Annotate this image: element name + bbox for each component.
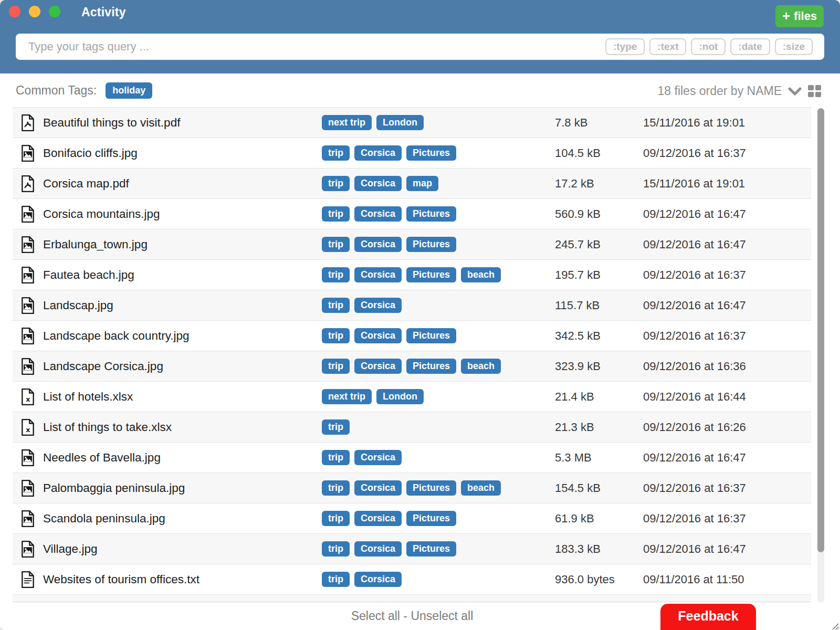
tag-chip[interactable]: trip [322, 511, 350, 526]
file-row[interactable]: Erbalunga_town.jpgtripCorsicaPictures245… [13, 229, 811, 260]
file-size: 21.3 kB [555, 421, 594, 434]
tag-chip[interactable]: trip [322, 572, 350, 587]
title-and-search-header: Activity + files :type:text:not:date:siz… [0, 0, 840, 74]
scrollbar-thumb[interactable] [817, 108, 824, 552]
file-date: 09/12/2016 at 16:37 [643, 512, 746, 526]
tag-chip[interactable]: Pictures [406, 359, 456, 374]
filter-text-button[interactable]: :text [649, 38, 686, 56]
filter-type-button[interactable]: :type [605, 38, 645, 56]
tag-chip[interactable]: Pictures [406, 206, 456, 222]
tag-chip[interactable]: trip [322, 145, 350, 161]
file-row[interactable]: Landscape back country.jpgtripCorsicaPic… [13, 321, 811, 351]
plus-icon: + [782, 9, 790, 23]
file-date: 09/12/2016 at 16:37 [643, 268, 746, 282]
filter-not-button[interactable]: :not [691, 38, 726, 56]
file-date: 09/12/2016 at 16:47 [643, 238, 746, 251]
tag-chip[interactable]: Pictures [406, 480, 456, 496]
feedback-button[interactable]: Feedback [660, 604, 756, 630]
select-all-link[interactable]: Select all [351, 609, 400, 623]
file-row[interactable]: Landscape Corsica.jpgtripCorsicaPictures… [13, 351, 811, 382]
add-files-button[interactable]: + files [775, 5, 824, 27]
tag-chip[interactable]: trip [322, 450, 350, 465]
minimize-button[interactable] [29, 6, 40, 17]
close-button[interactable] [9, 6, 20, 17]
file-row[interactable]: xList of hotels.xlsxnext tripLondon21.4 … [13, 382, 811, 412]
tag-chip[interactable]: Pictures [406, 511, 456, 526]
file-size: 195.7 kB [555, 268, 601, 282]
file-row[interactable]: Scandola peninsula.jpgtripCorsicaPicture… [13, 503, 811, 534]
file-name: Websites of tourism offices.txt [43, 573, 200, 586]
tag-chip[interactable]: next trip [322, 115, 372, 130]
tag-chip[interactable]: Corsica [354, 298, 402, 313]
file-size: 17.2 kB [555, 177, 594, 191]
sort-direction-button[interactable] [788, 87, 802, 96]
window-resize-handle-icon[interactable] [831, 622, 839, 630]
tag-chip[interactable]: Corsica [354, 328, 402, 343]
tag-chip[interactable]: next trip [322, 389, 372, 404]
tag-chip[interactable]: trip [322, 328, 350, 343]
file-tags: tripCorsicaPictures [322, 511, 456, 526]
tag-chip[interactable]: London [376, 115, 424, 130]
tag-chip[interactable]: trip [322, 359, 350, 374]
scrollbar-track[interactable] [817, 108, 824, 603]
tag-chip[interactable]: trip [322, 419, 350, 435]
common-tag-chip[interactable]: holiday [106, 82, 152, 99]
file-row[interactable]: Needles of Bavella.jpgtripCorsica5.3 MB0… [13, 443, 811, 473]
unselect-all-link[interactable]: Unselect all [411, 609, 473, 623]
file-size: 323.9 kB [555, 360, 601, 373]
tags-query-input[interactable] [16, 34, 605, 60]
file-tags: next tripLondon [322, 389, 424, 404]
file-row[interactable]: Websites of tourism offices.txttripCorsi… [13, 564, 811, 595]
filter-size-button[interactable]: :size [775, 38, 813, 56]
file-size: 104.5 kB [555, 146, 601, 160]
tag-chip[interactable]: Corsica [354, 267, 402, 282]
tag-chip[interactable]: London [376, 389, 424, 404]
tag-chip[interactable]: Corsica [354, 206, 402, 222]
file-date: 09/12/2016 at 16:47 [643, 299, 746, 312]
tag-chip[interactable]: trip [322, 176, 350, 191]
tag-chip[interactable]: trip [322, 541, 350, 556]
file-row[interactable]: Palombaggia peninsula.jpgtripCorsicaPict… [13, 473, 811, 503]
tag-chip[interactable]: Corsica [354, 511, 402, 526]
file-tags: tripCorsicaPictures [322, 541, 456, 556]
file-row[interactable]: xList of things to take.xlsxtrip21.3 kB0… [13, 412, 811, 443]
tag-chip[interactable]: Pictures [406, 237, 456, 252]
file-row[interactable]: Fautea beach.jpgtripCorsicaPicturesbeach… [13, 260, 811, 290]
tag-chip[interactable]: trip [322, 480, 350, 496]
file-date: 09/12/2016 at 16:37 [643, 481, 746, 495]
filter-date-button[interactable]: :date [730, 38, 770, 56]
file-row[interactable]: Village.jpgtripCorsicaPictures183.3 kB09… [13, 534, 811, 564]
tag-chip[interactable]: beach [461, 480, 501, 496]
tag-chip[interactable]: Corsica [354, 359, 402, 374]
tag-chip[interactable]: Corsica [354, 450, 402, 465]
file-row[interactable]: Beautiful things to visit.pdfnext tripLo… [13, 108, 811, 138]
tag-chip[interactable]: trip [322, 298, 350, 313]
file-row[interactable]: Corsica mountains.jpgtripCorsicaPictures… [13, 199, 811, 229]
tag-chip[interactable]: Corsica [354, 237, 402, 252]
tag-chip[interactable]: trip [322, 237, 350, 252]
grid-view-button[interactable] [808, 85, 822, 98]
file-row[interactable]: Corsica map.pdftripCorsicamap17.2 kB15/1… [13, 169, 811, 199]
tag-chip[interactable]: beach [461, 359, 501, 374]
tag-chip[interactable]: Corsica [354, 480, 402, 496]
image-file-icon [21, 206, 35, 223]
tag-chip[interactable]: Corsica [354, 572, 402, 587]
tag-chip[interactable]: map [406, 176, 438, 191]
tag-chip[interactable]: Corsica [354, 176, 402, 191]
tag-chip[interactable]: Pictures [406, 145, 456, 161]
tag-chip[interactable]: Corsica [354, 145, 402, 161]
zoom-button[interactable] [49, 6, 60, 17]
tag-chip[interactable]: Corsica [354, 541, 402, 556]
file-name: Beautiful things to visit.pdf [43, 116, 180, 130]
app-window: Activity + files :type:text:not:date:siz… [0, 0, 840, 630]
search-bar: :type:text:not:date:size [16, 34, 824, 60]
tag-chip[interactable]: Pictures [406, 541, 456, 556]
spreadsheet-file-icon: x [21, 388, 35, 405]
file-row[interactable]: Landscap.jpgtripCorsica115.7 kB09/12/201… [13, 290, 811, 321]
tag-chip[interactable]: Pictures [406, 267, 456, 282]
tag-chip[interactable]: trip [322, 206, 350, 222]
tag-chip[interactable]: beach [461, 267, 501, 282]
tag-chip[interactable]: Pictures [406, 328, 456, 343]
tag-chip[interactable]: trip [322, 267, 350, 282]
file-row[interactable]: Bonifacio cliffs.jpgtripCorsicaPictures1… [13, 138, 811, 169]
